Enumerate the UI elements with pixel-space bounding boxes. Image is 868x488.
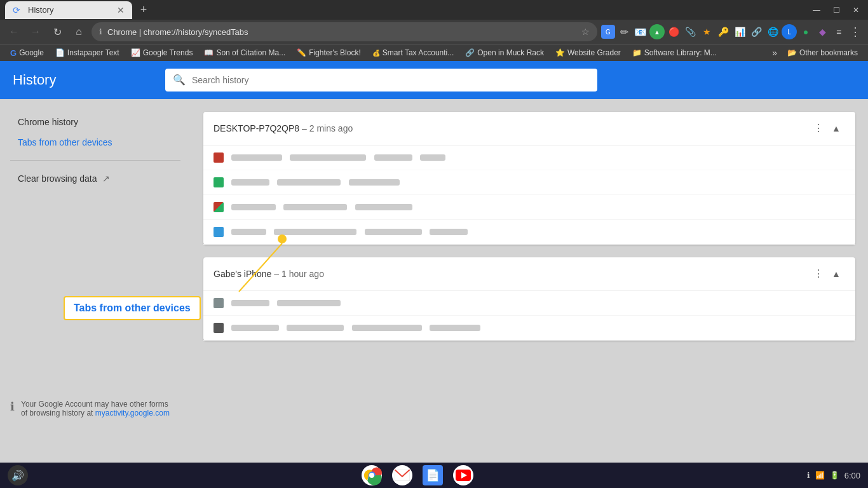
tab-title-bar	[231, 201, 845, 213]
blurred-url	[283, 204, 347, 210]
ext-icon-9[interactable]: 📊	[732, 24, 747, 39]
bookmark-citation[interactable]: 📖 Son of Citation Ma...	[199, 47, 290, 58]
sidebar-item-chrome-history[interactable]: Chrome history	[10, 112, 180, 132]
tab-entry[interactable]	[203, 220, 855, 245]
activity-link[interactable]: myactivity.google.com	[95, 409, 170, 417]
tab-close-button[interactable]: ✕	[117, 5, 125, 15]
bookmark-software-label: Software Library: M...	[644, 48, 717, 57]
annotation-box: Tabs from other devices	[64, 296, 201, 320]
tab-entry[interactable]	[203, 291, 855, 316]
blurred-title	[231, 229, 266, 235]
ext-icon-6[interactable]: 📎	[682, 24, 698, 39]
tab-title-bar	[231, 226, 845, 238]
tab-entry[interactable]	[203, 170, 855, 195]
sidebar-footer: ℹ Your Google Account may have other for…	[0, 390, 184, 428]
bookmark-website-grader[interactable]: ⭐ Website Grader	[550, 47, 626, 58]
device-menu-button-iphone[interactable]: ⋮	[810, 265, 827, 283]
device-card-iphone: Gabe's iPhone – 1 hour ago ⋮ ▲	[203, 257, 855, 341]
instapaper-favicon: 📄	[55, 48, 65, 57]
ext-icon-14[interactable]: ◆	[815, 24, 830, 39]
bookmarks-bar: G Google 📄 Instapaper Text 📈 Google Tren…	[0, 44, 868, 60]
bookmark-instapaper[interactable]: 📄 Instapaper Text	[50, 47, 125, 58]
blurred-extra	[352, 325, 422, 331]
ext-icon-12[interactable]: L	[782, 24, 797, 39]
home-button[interactable]: ⌂	[70, 23, 88, 41]
ext-icon-8[interactable]: 🔑	[715, 24, 731, 39]
back-button[interactable]: ←	[5, 23, 23, 41]
other-bookmarks[interactable]: 📂 Other bookmarks	[782, 47, 863, 58]
taskbar-chrome-icon[interactable]	[362, 465, 382, 485]
chrome-history-label: Chrome history	[18, 117, 78, 127]
device-header-desktop: DESKTOP-P7Q2QP8 – 2 mins ago ⋮ ▲	[203, 112, 855, 146]
taskbar-time: 6:00	[844, 471, 860, 480]
blurred-extra2	[430, 325, 480, 331]
bookmark-fighters[interactable]: ✏️ Fighter's Block!	[292, 47, 366, 58]
minimize-button[interactable]: —	[809, 6, 824, 15]
menu-button[interactable]: ⋮	[848, 24, 863, 39]
bookmark-software[interactable]: 📁 Software Library: M...	[627, 47, 722, 58]
taskbar-gmail-icon[interactable]	[392, 465, 412, 485]
blurred-extra	[365, 229, 422, 235]
taskbar-docs-icon[interactable]: 📄	[423, 465, 443, 485]
ext-icon-7[interactable]: ★	[699, 24, 714, 39]
ext-icon-1[interactable]: G	[601, 25, 615, 39]
bookmark-star-icon[interactable]: ☆	[581, 27, 590, 37]
ext-icon-4[interactable]: ▲	[649, 24, 665, 39]
annotation-container: Tabs from other devices	[64, 296, 201, 320]
bookmark-fighters-label: Fighter's Block!	[309, 48, 361, 57]
sidebar: Chrome history Tabs from other devices C…	[0, 99, 191, 463]
ext-icon-15[interactable]: ≡	[831, 24, 846, 39]
sidebar-item-clear-browsing[interactable]: Clear browsing data ↗	[10, 168, 180, 189]
bookmarks-overflow-button[interactable]: »	[768, 46, 781, 59]
active-tab[interactable]: ⟳ History ✕	[5, 1, 132, 19]
bookmark-grader-label: Website Grader	[567, 48, 621, 57]
bookmark-trends[interactable]: 📈 Google Trends	[126, 47, 198, 58]
address-bar[interactable]: ℹ Chrome | chrome://history/syncedTabs ☆	[92, 22, 597, 41]
close-button[interactable]: ✕	[849, 6, 863, 15]
taskbar-youtube-icon[interactable]	[453, 465, 473, 485]
taskbar-battery-icon: 🔋	[830, 471, 839, 480]
device-collapse-button-iphone[interactable]: ▲	[827, 265, 845, 283]
new-tab-button[interactable]: +	[135, 1, 153, 19]
forward-button[interactable]: →	[27, 23, 44, 41]
tab-favicon	[214, 298, 224, 308]
taskbar-speaker-icon[interactable]: 🔊	[8, 465, 28, 485]
device-menu-button-desktop[interactable]: ⋮	[810, 119, 827, 137]
ext-icon-5[interactable]: 🔴	[666, 24, 681, 39]
muck-favicon: 🔗	[465, 48, 475, 57]
toolbar-icons: G ✏ 📧 ▲ 🔴 📎 ★ 🔑 📊 🔗 🌐 L ● ◆ ≡ ⋮	[601, 24, 863, 39]
tab-history-icon: ⟳	[13, 5, 23, 15]
annotation-arrow	[201, 236, 287, 296]
bookmark-muck-label: Open in Muck Rack	[477, 48, 544, 57]
ext-icon-2[interactable]: ✏	[616, 24, 632, 39]
history-header: History 🔍	[0, 61, 868, 99]
tab-favicon	[214, 152, 224, 163]
tab-entry[interactable]	[203, 146, 855, 170]
sidebar-item-tabs-other-devices[interactable]: Tabs from other devices	[10, 132, 180, 152]
history-body: Chrome history Tabs from other devices C…	[0, 99, 868, 463]
blurred-title	[231, 325, 279, 331]
ext-icon-3[interactable]: 📧	[633, 24, 648, 39]
search-input[interactable]	[192, 75, 590, 85]
sidebar-divider	[10, 160, 180, 161]
info-circle-icon: ℹ	[10, 400, 15, 414]
device-collapse-button-desktop[interactable]: ▲	[827, 119, 845, 137]
blurred-extra	[374, 154, 412, 161]
blurred-extra2	[430, 229, 468, 235]
maximize-button[interactable]: ☐	[829, 6, 844, 15]
bookmark-citation-label: Son of Citation Ma...	[216, 48, 285, 57]
google-favicon: G	[10, 48, 17, 58]
search-bar[interactable]: 🔍	[165, 69, 597, 92]
ext-icon-11[interactable]: 🌐	[765, 24, 780, 39]
ext-icon-10[interactable]: 🔗	[749, 24, 764, 39]
tab-entry[interactable]	[203, 316, 855, 341]
device-time-desktop: – 2 mins ago	[302, 123, 353, 133]
ext-icon-13[interactable]: ●	[798, 24, 813, 39]
tab-title-bar	[231, 322, 845, 334]
tab-entry[interactable]	[203, 195, 855, 220]
bookmark-muck[interactable]: 🔗 Open in Muck Rack	[460, 47, 549, 58]
bookmark-google[interactable]: G Google	[5, 47, 49, 59]
reload-button[interactable]: ↻	[48, 23, 66, 41]
page-wrapper: ⟳ History ✕ + — ☐ ✕ ← → ↻ ⌂ ℹ Chrome | c…	[0, 0, 868, 463]
bookmark-tax[interactable]: 💰 Smart Tax Accounti...	[367, 47, 459, 58]
